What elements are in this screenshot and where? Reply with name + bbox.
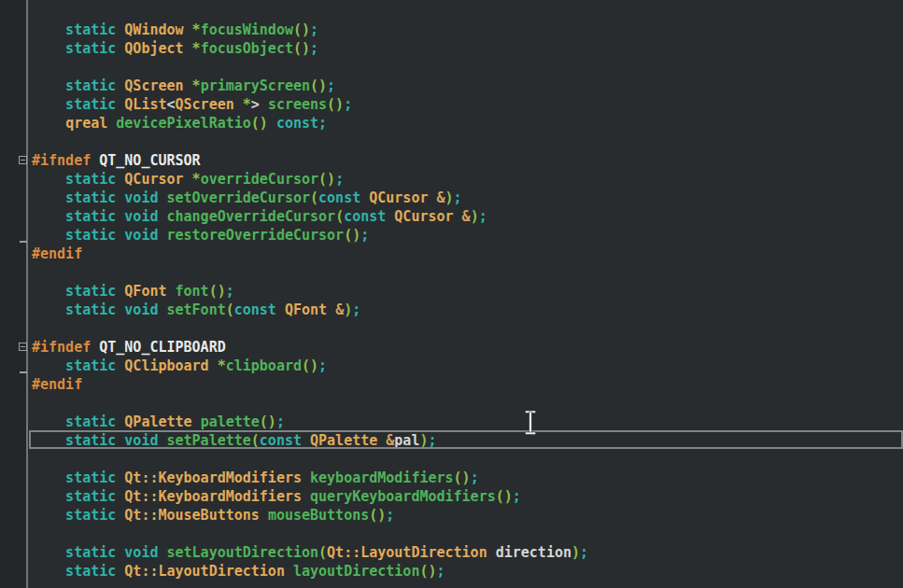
code-token: pal — [394, 432, 419, 449]
code-token: ; — [310, 40, 318, 57]
code-line[interactable] — [0, 450, 903, 469]
code-token: () — [496, 488, 513, 505]
code-token: QPalette — [124, 413, 200, 430]
code-token: ; — [226, 283, 234, 300]
code-line[interactable]: static Qt::MouseButtons mouseButtons(); — [0, 506, 903, 525]
code-line[interactable] — [0, 394, 903, 413]
code-line[interactable]: static QWindow *focusWindow(); — [0, 21, 903, 39]
code-token: Qt::KeyboardModifiers — [124, 488, 310, 505]
code-line[interactable]: static void setOverrideCursor(const QCur… — [0, 189, 903, 207]
code-area[interactable]: static QWindow *focusWindow(); static QO… — [0, 2, 903, 581]
code-token: #endif — [32, 376, 82, 393]
code-line[interactable]: static Qt::KeyboardModifiers queryKeyboa… — [0, 487, 903, 506]
code-line[interactable]: static Qt::LayoutDirection layoutDirecti… — [0, 562, 903, 581]
code-token: () — [251, 115, 268, 132]
code-token: setLayoutDirection — [167, 544, 319, 561]
code-line[interactable]: #ifndef QT_NO_CLIPBOARD — [0, 338, 903, 357]
code-token: QCursor — [369, 189, 436, 206]
fold-toggle-icon[interactable] — [19, 156, 27, 164]
code-line[interactable] — [0, 2, 903, 21]
code-token: const — [276, 115, 318, 132]
code-token: ( — [226, 301, 234, 318]
code-line[interactable]: static QPalette palette(); — [0, 413, 903, 431]
code-token: ; — [352, 301, 360, 318]
code-line[interactable]: static void changeOverrideCursor(const Q… — [0, 207, 903, 226]
code-token: QList — [124, 96, 166, 113]
code-line[interactable]: static QFont font(); — [0, 282, 903, 301]
code-token: ; — [344, 96, 352, 113]
code-token: restoreOverrideCursor — [167, 227, 345, 244]
code-line[interactable] — [0, 319, 903, 338]
code-token: static — [32, 507, 124, 524]
code-token: const — [344, 208, 394, 225]
code-token: direction — [496, 544, 571, 561]
fold-toggle-icon[interactable] — [19, 343, 27, 351]
code-token: changeOverrideCursor — [167, 208, 336, 225]
code-token: ( — [251, 432, 260, 449]
code-line[interactable]: qreal devicePixelRatio() const; — [0, 114, 903, 133]
code-line[interactable]: static QObject *focusObject(); — [0, 39, 903, 58]
code-token: static — [32, 96, 124, 113]
code-line[interactable]: static void setLayoutDirection(Qt::Layou… — [0, 543, 903, 562]
code-token: QT_NO_CURSOR — [99, 152, 200, 169]
code-token: devicePixelRatio — [116, 115, 251, 132]
code-token: QScreen — [124, 77, 191, 94]
code-token: ) — [445, 189, 454, 206]
code-editor: static QWindow *focusWindow(); static QO… — [0, 0, 903, 588]
code-token: () — [302, 357, 318, 374]
code-token: clipboard — [226, 357, 302, 374]
code-line[interactable]: static Qt::KeyboardModifiers keyboardMod… — [0, 469, 903, 487]
code-token: ; — [276, 413, 285, 430]
code-token: Qt::MouseButtons — [124, 507, 268, 524]
code-token: ) — [571, 544, 580, 561]
code-token: ( — [335, 208, 344, 225]
code-line[interactable]: static QCursor *overrideCursor(); — [0, 170, 903, 189]
code-token: static — [32, 283, 124, 300]
code-token: * — [192, 40, 201, 57]
code-token: () — [310, 77, 327, 94]
code-line[interactable]: static void restoreOverrideCursor(); — [0, 226, 903, 245]
code-token: * — [218, 357, 226, 374]
code-line[interactable]: static void setFont(const QFont &); — [0, 301, 903, 319]
code-token: * — [192, 171, 201, 188]
code-line[interactable] — [0, 263, 903, 282]
code-token: const — [318, 189, 369, 206]
code-token: setFont — [167, 301, 226, 318]
code-token: mouseButtons — [268, 507, 369, 524]
code-token: QFont — [124, 283, 175, 300]
code-token: queryKeyboardModifiers — [310, 488, 496, 505]
code-token: () — [260, 413, 276, 430]
code-token: static — [32, 171, 124, 188]
code-token: screens — [268, 96, 327, 113]
code-token: static — [32, 488, 124, 505]
code-token: palette — [201, 413, 260, 430]
code-token: QT_NO_CLIPBOARD — [99, 339, 225, 356]
code-line[interactable]: static QList<QScreen *> screens(); — [0, 95, 903, 114]
code-token: & — [437, 189, 445, 206]
code-token: * — [243, 96, 251, 113]
code-token: () — [419, 563, 436, 580]
code-token: primaryScreen — [201, 77, 310, 94]
code-token: () — [344, 227, 360, 244]
code-line[interactable] — [0, 133, 903, 151]
code-line[interactable]: #endif — [0, 245, 903, 263]
code-token: ; — [580, 544, 588, 561]
code-line[interactable]: static void setPalette(const QPalette &p… — [0, 431, 903, 450]
code-token: overrideCursor — [201, 171, 318, 188]
code-token: ; — [386, 507, 394, 524]
code-line[interactable]: static QScreen *primaryScreen(); — [0, 77, 903, 95]
code-token: () — [293, 21, 310, 38]
code-line[interactable] — [0, 525, 903, 543]
code-token: QObject — [124, 40, 191, 57]
code-token: & — [386, 432, 394, 449]
code-token: ; — [513, 488, 521, 505]
code-line[interactable] — [0, 58, 903, 77]
code-token: ; — [428, 432, 436, 449]
code-token: static void — [32, 544, 167, 561]
code-line[interactable]: #endif — [0, 375, 903, 394]
code-line[interactable]: #ifndef QT_NO_CURSOR — [0, 151, 903, 170]
code-token: () — [293, 40, 310, 57]
code-token: Qt::LayoutDirection — [327, 544, 496, 561]
code-line[interactable]: static QClipboard *clipboard(); — [0, 357, 903, 375]
code-token: Qt::LayoutDirection — [124, 563, 293, 580]
